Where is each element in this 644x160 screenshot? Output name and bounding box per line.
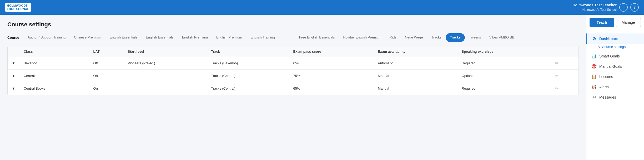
start-level-central-books bbox=[124, 82, 207, 95]
tabs-row-1: Course Author / Support Training Chinese… bbox=[7, 33, 279, 42]
tabs-row-2: Free English Essentials Holiday English … bbox=[279, 33, 519, 42]
sidebar-item-messages[interactable]: ✉ Messages bbox=[586, 92, 644, 102]
user-avatar-icon[interactable]: 👤 bbox=[619, 3, 628, 12]
exam-pass-central-books: 65% bbox=[289, 82, 374, 95]
header-user: Holmwoods Test Teacher Holmwood's Test S… bbox=[572, 3, 639, 12]
table-row: ▼ Central On Tracks (Central) 75% Manual… bbox=[8, 70, 578, 82]
tab-english-premium-1[interactable]: English Premium bbox=[178, 33, 212, 42]
sidebar-item-label: Alerts bbox=[599, 85, 609, 89]
table-row: ▼ Bakerloo Off Pioneers (Pre-A1) Tracks … bbox=[8, 57, 578, 70]
class-bakerloo: Bakerloo bbox=[19, 57, 89, 70]
tab-vibes-vmbo-bb[interactable]: Vibes VMBO BB bbox=[485, 33, 519, 42]
tab-tracks-1[interactable]: Tracks bbox=[427, 33, 446, 42]
col-lat: LAT bbox=[89, 46, 123, 57]
user-info: Holmwoods Test Teacher Holmwood's Test S… bbox=[572, 3, 617, 12]
sidebar-top-buttons: Teach Manage bbox=[586, 15, 644, 30]
page-title: Course settings bbox=[7, 21, 579, 28]
edit-central[interactable]: ✏ bbox=[551, 70, 578, 82]
col-actions bbox=[551, 46, 578, 57]
app-layout: Course settings Course Author / Support … bbox=[0, 15, 644, 160]
tab-english-essentials-1[interactable]: English Essentials bbox=[105, 33, 142, 42]
manual-goals-icon: 🎯 bbox=[591, 64, 597, 69]
edit-bakerloo[interactable]: ✏ bbox=[551, 57, 578, 70]
logo-icon: HOLMWOODS EDUCATIONAL bbox=[5, 3, 31, 12]
sidebar-item-course-settings[interactable]: ↳ Course settings bbox=[586, 44, 644, 51]
track-bakerloo: Tracks (Bakerloo) bbox=[207, 57, 289, 70]
messages-icon: ✉ bbox=[591, 95, 597, 100]
tab-neue-wege[interactable]: Neue Wege bbox=[401, 33, 427, 42]
sidebar-item-smart-goals[interactable]: 📊 Smart Goals bbox=[586, 51, 644, 61]
col-track: Track bbox=[207, 46, 289, 57]
exam-pass-bakerloo: 65% bbox=[289, 57, 374, 70]
sidebar-item-lessons[interactable]: 📋 Lessons bbox=[586, 71, 644, 82]
exam-avail-central-books: Manual bbox=[374, 82, 457, 95]
col-speaking-exercises: Speaking exercises bbox=[457, 46, 551, 57]
tab-english-premium-2[interactable]: English Premium bbox=[212, 33, 246, 42]
col-expand bbox=[8, 46, 19, 57]
course-tab-label: Course bbox=[7, 33, 23, 42]
app-header: HOLMWOODS EDUCATIONAL Holmwoods Test Tea… bbox=[0, 0, 644, 15]
sidebar-item-alerts[interactable]: 📢 Alerts bbox=[586, 82, 644, 92]
sidebar-nav: ⊙ Dashboard ↳ Course settings 📊 Smart Go… bbox=[586, 30, 644, 160]
course-settings-label: Course settings bbox=[602, 45, 626, 49]
speaking-bakerloo: Required bbox=[457, 57, 551, 70]
class-central: Central bbox=[19, 70, 89, 82]
class-central-books: Central Books bbox=[19, 82, 89, 95]
table-header-row: Class LAT Start level Track Exam pass sc… bbox=[8, 46, 578, 57]
sidebar-item-label: Lessons bbox=[599, 75, 613, 79]
tab-kids[interactable]: Kids bbox=[386, 33, 401, 42]
exam-avail-central: Manual bbox=[374, 70, 457, 82]
tab-holiday-english-premium[interactable]: Holiday English Premium bbox=[339, 33, 386, 42]
course-tabs: Course Author / Support Training Chinese… bbox=[7, 33, 579, 42]
tab-author-support-training[interactable]: Author / Support Training bbox=[23, 33, 70, 42]
sidebar-item-manual-goals[interactable]: 🎯 Manual Goals bbox=[586, 61, 644, 71]
row-expand-central-books[interactable]: ▼ bbox=[8, 82, 19, 95]
tab-free-english-essentials[interactable]: Free English Essentials bbox=[295, 33, 339, 42]
col-exam-availability: Exam availability bbox=[374, 46, 457, 57]
settings-data-table: Class LAT Start level Track Exam pass sc… bbox=[8, 46, 578, 95]
alerts-icon: 📢 bbox=[591, 84, 597, 89]
col-exam-pass-score: Exam pass score bbox=[289, 46, 374, 57]
logo: HOLMWOODS EDUCATIONAL bbox=[5, 3, 31, 12]
main-content: Course settings Course Author / Support … bbox=[0, 15, 586, 160]
table-row: ▼ Central Books On Tracks (Central) 65% … bbox=[8, 82, 578, 95]
lessons-icon: 📋 bbox=[591, 74, 597, 79]
row-expand-central[interactable]: ▼ bbox=[8, 70, 19, 82]
exam-avail-bakerloo: Automatic bbox=[374, 57, 457, 70]
sidebar-item-label: Manual Goals bbox=[599, 64, 622, 69]
sidebar-item-dashboard[interactable]: ⊙ Dashboard bbox=[586, 33, 644, 44]
edit-central-books[interactable]: ✏ bbox=[551, 82, 578, 95]
start-level-bakerloo: Pioneers (Pre-A1) bbox=[124, 57, 207, 70]
track-central-books: Tracks (Central) bbox=[207, 82, 289, 95]
exam-pass-central: 75% bbox=[289, 70, 374, 82]
help-icon[interactable]: ? bbox=[630, 3, 639, 12]
sidebar-item-label: Messages bbox=[599, 95, 616, 99]
sub-arrow-icon: ↳ bbox=[598, 45, 600, 49]
lat-bakerloo: Off bbox=[89, 57, 123, 70]
row-expand-bakerloo[interactable]: ▼ bbox=[8, 57, 19, 70]
tab-english-essentials-2[interactable]: English Essentials bbox=[142, 33, 178, 42]
sidebar: Teach Manage ⊙ Dashboard ↳ Course settin… bbox=[586, 15, 644, 160]
smart-goals-icon: 📊 bbox=[591, 54, 597, 59]
speaking-central-books: Required bbox=[457, 82, 551, 95]
course-settings-table: Class LAT Start level Track Exam pass sc… bbox=[7, 46, 579, 95]
col-class: Class bbox=[19, 46, 89, 57]
manage-button[interactable]: Manage bbox=[616, 18, 641, 27]
col-start-level: Start level bbox=[124, 46, 207, 57]
school-name: Holmwood's Test School bbox=[572, 8, 617, 12]
tab-english-training[interactable]: English Training bbox=[246, 33, 279, 42]
lat-central: On bbox=[89, 70, 123, 82]
lat-central-books: On bbox=[89, 82, 123, 95]
teach-button[interactable]: Teach bbox=[590, 18, 614, 27]
sidebar-item-label: Smart Goals bbox=[599, 54, 620, 58]
dashboard-icon: ⊙ bbox=[591, 36, 597, 41]
speaking-central: Optional bbox=[457, 70, 551, 82]
tab-chinese-premium[interactable]: Chinese Premium bbox=[70, 33, 105, 42]
sidebar-item-label: Dashboard bbox=[599, 37, 618, 41]
tab-tracks-active[interactable]: Tracks bbox=[446, 33, 465, 42]
start-level-central bbox=[124, 70, 207, 82]
user-name: Holmwoods Test Teacher bbox=[572, 3, 617, 8]
tab-tweens[interactable]: Tweens bbox=[465, 33, 485, 42]
track-central: Tracks (Central) bbox=[207, 70, 289, 82]
